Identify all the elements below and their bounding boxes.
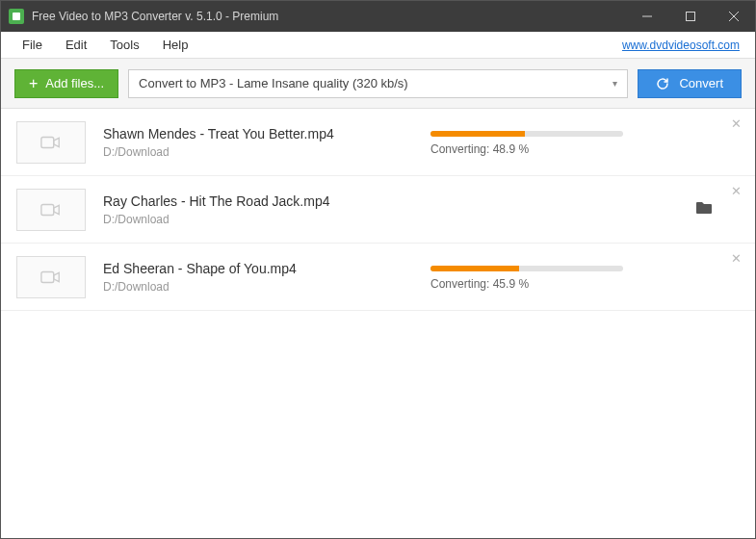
- file-name: Ray Charles - Hit The Road Jack.mp4: [103, 193, 430, 209]
- remove-item-button[interactable]: ✕: [731, 116, 742, 131]
- camera-icon: [40, 269, 62, 286]
- svg-rect-6: [41, 204, 54, 215]
- progress-bar: [430, 131, 623, 137]
- svg-rect-5: [41, 137, 54, 147]
- open-folder-button[interactable]: [695, 201, 713, 218]
- list-item[interactable]: Ray Charles - Hit The Road Jack.mp4 D:/D…: [1, 176, 755, 244]
- file-info: Ray Charles - Hit The Road Jack.mp4 D:/D…: [103, 193, 430, 226]
- window-title: Free Video to MP3 Converter v. 5.1.0 - P…: [32, 10, 625, 23]
- folder-icon: [695, 201, 713, 215]
- remove-item-button[interactable]: ✕: [731, 184, 742, 198]
- svg-rect-0: [13, 13, 20, 20]
- list-item[interactable]: Shawn Mendes - Treat You Better.mp4 D:/D…: [1, 109, 755, 176]
- video-thumbnail: [16, 256, 86, 298]
- file-name: Shawn Mendes - Treat You Better.mp4: [103, 126, 430, 141]
- file-info: Shawn Mendes - Treat You Better.mp4 D:/D…: [103, 126, 430, 159]
- file-info: Ed Sheeran - Shape of You.mp4 D:/Downloa…: [103, 261, 430, 294]
- camera-icon: [40, 134, 62, 151]
- menubar: File Edit Tools Help www.dvdvideosoft.co…: [1, 32, 755, 59]
- video-thumbnail: [16, 121, 86, 164]
- convert-button[interactable]: Convert: [638, 69, 742, 98]
- status-text: Converting: 48.9 %: [430, 142, 740, 156]
- svg-rect-2: [686, 13, 694, 21]
- remove-item-button[interactable]: ✕: [731, 251, 742, 266]
- minimize-button[interactable]: [625, 1, 668, 32]
- add-files-label: Add files...: [45, 76, 104, 90]
- file-path: D:/Download: [103, 213, 430, 226]
- svg-rect-7: [41, 271, 54, 282]
- status-text: Converting: 45.9 %: [430, 277, 740, 291]
- refresh-icon: [656, 77, 669, 90]
- progress-area: Converting: 48.9 %: [430, 129, 740, 156]
- close-button[interactable]: [712, 1, 755, 32]
- progress-area: Converting: 45.9 %: [430, 264, 740, 291]
- video-thumbnail: [16, 189, 86, 231]
- menu-edit[interactable]: Edit: [54, 34, 98, 56]
- camera-icon: [40, 201, 62, 218]
- preset-dropdown[interactable]: Convert to MP3 - Lame Insane quality (32…: [128, 69, 628, 98]
- preset-label: Convert to MP3 - Lame Insane quality (32…: [139, 76, 408, 90]
- menu-tools[interactable]: Tools: [98, 34, 150, 56]
- progress-fill: [430, 266, 519, 271]
- plus-icon: +: [29, 75, 38, 92]
- vendor-link[interactable]: www.dvdvideosoft.com: [622, 38, 745, 52]
- file-path: D:/Download: [103, 280, 430, 294]
- progress-bar: [430, 266, 623, 271]
- add-files-button[interactable]: + Add files...: [14, 69, 118, 98]
- app-icon: [9, 9, 24, 24]
- convert-label: Convert: [679, 76, 723, 90]
- file-path: D:/Download: [103, 145, 430, 159]
- menu-help[interactable]: Help: [151, 34, 200, 56]
- file-name: Ed Sheeran - Shape of You.mp4: [103, 261, 430, 276]
- file-list: Shawn Mendes - Treat You Better.mp4 D:/D…: [1, 109, 755, 311]
- chevron-down-icon: ▾: [613, 78, 617, 89]
- maximize-button[interactable]: [668, 1, 712, 32]
- titlebar: Free Video to MP3 Converter v. 5.1.0 - P…: [1, 1, 755, 32]
- toolbar: + Add files... Convert to MP3 - Lame Ins…: [1, 59, 755, 109]
- menu-file[interactable]: File: [11, 34, 54, 56]
- progress-fill: [430, 131, 525, 137]
- list-item[interactable]: Ed Sheeran - Shape of You.mp4 D:/Downloa…: [1, 244, 755, 311]
